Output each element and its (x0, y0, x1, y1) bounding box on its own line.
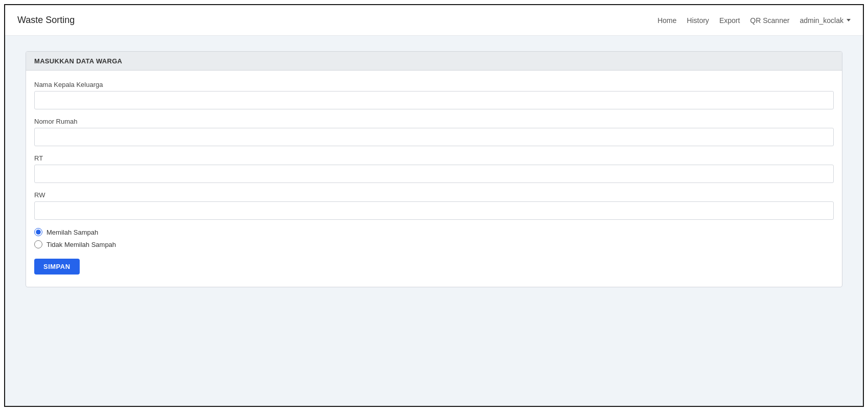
radio-group: Memilah Sampah Tidak Memilah Sampah (34, 228, 834, 248)
radio-memilah[interactable] (34, 228, 42, 236)
form-title: MASUKKAN DATA WARGA (34, 57, 122, 65)
nomor-group: Nomor Rumah (34, 118, 834, 146)
brand-title: Waste Sorting (17, 15, 75, 26)
nomor-label: Nomor Rumah (34, 118, 834, 125)
rt-group: RT (34, 154, 834, 183)
rt-input[interactable] (34, 165, 834, 183)
form-card: MASUKKAN DATA WARGA Nama Kepala Keluarga… (26, 51, 842, 287)
nomor-input[interactable] (34, 128, 834, 146)
form-card-header: MASUKKAN DATA WARGA (26, 52, 842, 71)
rw-group: RW (34, 191, 834, 220)
nama-group: Nama Kepala Keluarga (34, 81, 834, 109)
radio-memilah-item[interactable]: Memilah Sampah (34, 228, 834, 236)
navbar-links: Home History Export QR Scanner admin_koc… (658, 16, 851, 25)
simpan-button[interactable]: SIMPAN (34, 259, 80, 275)
nav-export[interactable]: Export (719, 16, 740, 25)
rw-input[interactable] (34, 201, 834, 220)
radio-tidak-item[interactable]: Tidak Memilah Sampah (34, 240, 834, 248)
rw-label: RW (34, 191, 834, 199)
chevron-down-icon (847, 19, 851, 21)
username-label: admin_koclak (800, 16, 843, 25)
radio-tidak-memilah[interactable] (34, 240, 42, 248)
nav-history[interactable]: History (687, 16, 709, 25)
rt-label: RT (34, 154, 834, 162)
main-content: MASUKKAN DATA WARGA Nama Kepala Keluarga… (5, 36, 863, 406)
radio-memilah-label: Memilah Sampah (46, 229, 98, 236)
nav-qr-scanner[interactable]: QR Scanner (750, 16, 789, 25)
form-card-body: Nama Kepala Keluarga Nomor Rumah RT RW (26, 71, 842, 287)
nav-home[interactable]: Home (658, 16, 676, 25)
nama-input[interactable] (34, 91, 834, 109)
radio-tidak-label: Tidak Memilah Sampah (46, 241, 116, 248)
navbar: Waste Sorting Home History Export QR Sca… (5, 5, 863, 36)
user-menu[interactable]: admin_koclak (800, 16, 851, 25)
app-container: Waste Sorting Home History Export QR Sca… (4, 4, 864, 407)
nama-label: Nama Kepala Keluarga (34, 81, 834, 88)
